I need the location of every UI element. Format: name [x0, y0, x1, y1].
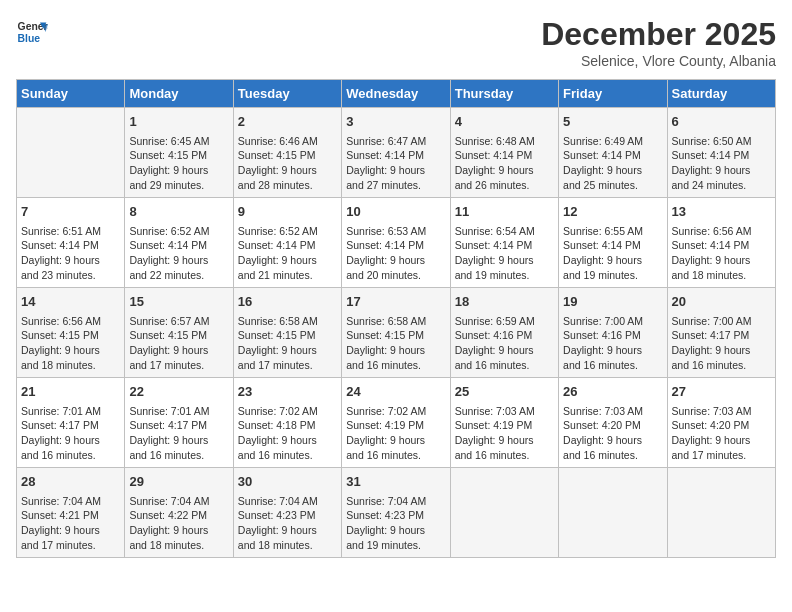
- day-number: 11: [455, 202, 554, 222]
- day-number: 7: [21, 202, 120, 222]
- day-number: 15: [129, 292, 228, 312]
- day-content: Sunrise: 6:59 AM Sunset: 4:16 PM Dayligh…: [455, 314, 554, 373]
- calendar-cell: [667, 468, 775, 558]
- day-content: Sunrise: 6:48 AM Sunset: 4:14 PM Dayligh…: [455, 134, 554, 193]
- day-number: 17: [346, 292, 445, 312]
- calendar-cell: 13Sunrise: 6:56 AM Sunset: 4:14 PM Dayli…: [667, 198, 775, 288]
- day-content: Sunrise: 6:46 AM Sunset: 4:15 PM Dayligh…: [238, 134, 337, 193]
- day-content: Sunrise: 7:03 AM Sunset: 4:20 PM Dayligh…: [672, 404, 771, 463]
- day-content: Sunrise: 7:02 AM Sunset: 4:18 PM Dayligh…: [238, 404, 337, 463]
- location-subtitle: Selenice, Vlore County, Albania: [541, 53, 776, 69]
- calendar-cell: 27Sunrise: 7:03 AM Sunset: 4:20 PM Dayli…: [667, 378, 775, 468]
- day-content: Sunrise: 6:45 AM Sunset: 4:15 PM Dayligh…: [129, 134, 228, 193]
- logo: General Blue: [16, 16, 48, 48]
- calendar-cell: 31Sunrise: 7:04 AM Sunset: 4:23 PM Dayli…: [342, 468, 450, 558]
- day-content: Sunrise: 7:04 AM Sunset: 4:22 PM Dayligh…: [129, 494, 228, 553]
- week-row-2: 7Sunrise: 6:51 AM Sunset: 4:14 PM Daylig…: [17, 198, 776, 288]
- header-cell-thursday: Thursday: [450, 80, 558, 108]
- day-number: 12: [563, 202, 662, 222]
- day-number: 3: [346, 112, 445, 132]
- day-content: Sunrise: 6:56 AM Sunset: 4:15 PM Dayligh…: [21, 314, 120, 373]
- calendar-cell: 24Sunrise: 7:02 AM Sunset: 4:19 PM Dayli…: [342, 378, 450, 468]
- calendar-cell: 8Sunrise: 6:52 AM Sunset: 4:14 PM Daylig…: [125, 198, 233, 288]
- calendar-cell: 12Sunrise: 6:55 AM Sunset: 4:14 PM Dayli…: [559, 198, 667, 288]
- calendar-cell: 6Sunrise: 6:50 AM Sunset: 4:14 PM Daylig…: [667, 108, 775, 198]
- day-content: Sunrise: 7:02 AM Sunset: 4:19 PM Dayligh…: [346, 404, 445, 463]
- calendar-cell: 22Sunrise: 7:01 AM Sunset: 4:17 PM Dayli…: [125, 378, 233, 468]
- day-number: 27: [672, 382, 771, 402]
- day-number: 1: [129, 112, 228, 132]
- calendar-cell: 30Sunrise: 7:04 AM Sunset: 4:23 PM Dayli…: [233, 468, 341, 558]
- week-row-4: 21Sunrise: 7:01 AM Sunset: 4:17 PM Dayli…: [17, 378, 776, 468]
- day-number: 31: [346, 472, 445, 492]
- day-content: Sunrise: 6:54 AM Sunset: 4:14 PM Dayligh…: [455, 224, 554, 283]
- day-number: 9: [238, 202, 337, 222]
- calendar-cell: 23Sunrise: 7:02 AM Sunset: 4:18 PM Dayli…: [233, 378, 341, 468]
- day-content: Sunrise: 7:04 AM Sunset: 4:23 PM Dayligh…: [346, 494, 445, 553]
- header-row: SundayMondayTuesdayWednesdayThursdayFrid…: [17, 80, 776, 108]
- day-number: 29: [129, 472, 228, 492]
- calendar-cell: [559, 468, 667, 558]
- calendar-cell: 7Sunrise: 6:51 AM Sunset: 4:14 PM Daylig…: [17, 198, 125, 288]
- calendar-cell: 5Sunrise: 6:49 AM Sunset: 4:14 PM Daylig…: [559, 108, 667, 198]
- calendar-cell: 2Sunrise: 6:46 AM Sunset: 4:15 PM Daylig…: [233, 108, 341, 198]
- logo-icon: General Blue: [16, 16, 48, 48]
- calendar-cell: 4Sunrise: 6:48 AM Sunset: 4:14 PM Daylig…: [450, 108, 558, 198]
- page-header: General Blue December 2025 Selenice, Vlo…: [16, 16, 776, 69]
- header-cell-wednesday: Wednesday: [342, 80, 450, 108]
- calendar-cell: 11Sunrise: 6:54 AM Sunset: 4:14 PM Dayli…: [450, 198, 558, 288]
- calendar-cell: 15Sunrise: 6:57 AM Sunset: 4:15 PM Dayli…: [125, 288, 233, 378]
- calendar-cell: 19Sunrise: 7:00 AM Sunset: 4:16 PM Dayli…: [559, 288, 667, 378]
- month-title: December 2025: [541, 16, 776, 53]
- day-number: 14: [21, 292, 120, 312]
- calendar-cell: [17, 108, 125, 198]
- day-number: 13: [672, 202, 771, 222]
- day-number: 10: [346, 202, 445, 222]
- header-cell-friday: Friday: [559, 80, 667, 108]
- day-number: 18: [455, 292, 554, 312]
- day-number: 8: [129, 202, 228, 222]
- day-content: Sunrise: 6:49 AM Sunset: 4:14 PM Dayligh…: [563, 134, 662, 193]
- day-number: 22: [129, 382, 228, 402]
- day-content: Sunrise: 7:04 AM Sunset: 4:21 PM Dayligh…: [21, 494, 120, 553]
- day-content: Sunrise: 6:47 AM Sunset: 4:14 PM Dayligh…: [346, 134, 445, 193]
- week-row-1: 1Sunrise: 6:45 AM Sunset: 4:15 PM Daylig…: [17, 108, 776, 198]
- day-content: Sunrise: 7:03 AM Sunset: 4:19 PM Dayligh…: [455, 404, 554, 463]
- day-content: Sunrise: 6:52 AM Sunset: 4:14 PM Dayligh…: [129, 224, 228, 283]
- day-number: 19: [563, 292, 662, 312]
- day-number: 4: [455, 112, 554, 132]
- day-content: Sunrise: 6:58 AM Sunset: 4:15 PM Dayligh…: [238, 314, 337, 373]
- calendar-cell: 18Sunrise: 6:59 AM Sunset: 4:16 PM Dayli…: [450, 288, 558, 378]
- header-cell-sunday: Sunday: [17, 80, 125, 108]
- day-number: 23: [238, 382, 337, 402]
- day-content: Sunrise: 7:04 AM Sunset: 4:23 PM Dayligh…: [238, 494, 337, 553]
- week-row-3: 14Sunrise: 6:56 AM Sunset: 4:15 PM Dayli…: [17, 288, 776, 378]
- calendar-cell: 1Sunrise: 6:45 AM Sunset: 4:15 PM Daylig…: [125, 108, 233, 198]
- day-content: Sunrise: 7:01 AM Sunset: 4:17 PM Dayligh…: [129, 404, 228, 463]
- calendar-cell: 28Sunrise: 7:04 AM Sunset: 4:21 PM Dayli…: [17, 468, 125, 558]
- header-cell-saturday: Saturday: [667, 80, 775, 108]
- day-content: Sunrise: 7:01 AM Sunset: 4:17 PM Dayligh…: [21, 404, 120, 463]
- week-row-5: 28Sunrise: 7:04 AM Sunset: 4:21 PM Dayli…: [17, 468, 776, 558]
- calendar-cell: 17Sunrise: 6:58 AM Sunset: 4:15 PM Dayli…: [342, 288, 450, 378]
- calendar-cell: 3Sunrise: 6:47 AM Sunset: 4:14 PM Daylig…: [342, 108, 450, 198]
- calendar-cell: 25Sunrise: 7:03 AM Sunset: 4:19 PM Dayli…: [450, 378, 558, 468]
- calendar-cell: 10Sunrise: 6:53 AM Sunset: 4:14 PM Dayli…: [342, 198, 450, 288]
- day-content: Sunrise: 7:03 AM Sunset: 4:20 PM Dayligh…: [563, 404, 662, 463]
- day-content: Sunrise: 6:53 AM Sunset: 4:14 PM Dayligh…: [346, 224, 445, 283]
- calendar-cell: 20Sunrise: 7:00 AM Sunset: 4:17 PM Dayli…: [667, 288, 775, 378]
- calendar-cell: 14Sunrise: 6:56 AM Sunset: 4:15 PM Dayli…: [17, 288, 125, 378]
- day-number: 24: [346, 382, 445, 402]
- calendar-cell: [450, 468, 558, 558]
- day-content: Sunrise: 6:51 AM Sunset: 4:14 PM Dayligh…: [21, 224, 120, 283]
- day-content: Sunrise: 6:52 AM Sunset: 4:14 PM Dayligh…: [238, 224, 337, 283]
- day-number: 30: [238, 472, 337, 492]
- day-number: 16: [238, 292, 337, 312]
- day-content: Sunrise: 7:00 AM Sunset: 4:16 PM Dayligh…: [563, 314, 662, 373]
- day-number: 26: [563, 382, 662, 402]
- calendar-table: SundayMondayTuesdayWednesdayThursdayFrid…: [16, 79, 776, 558]
- header-cell-tuesday: Tuesday: [233, 80, 341, 108]
- header-cell-monday: Monday: [125, 80, 233, 108]
- day-number: 20: [672, 292, 771, 312]
- day-content: Sunrise: 6:57 AM Sunset: 4:15 PM Dayligh…: [129, 314, 228, 373]
